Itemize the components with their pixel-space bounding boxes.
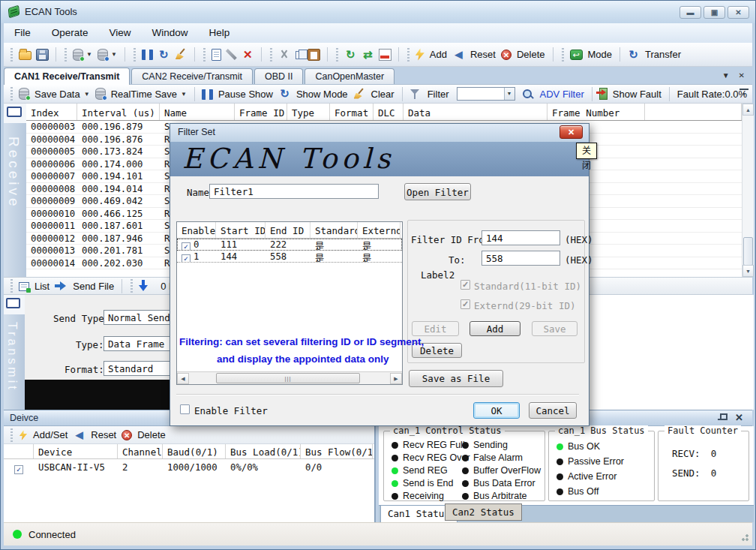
- filter-table-hscrollbar[interactable]: ◀ ||| ▶: [177, 371, 402, 384]
- column-header-type[interactable]: Type: [287, 104, 330, 120]
- edit-frame-icon[interactable]: [212, 49, 221, 61]
- send-file-icon[interactable]: [55, 281, 68, 293]
- menu-window[interactable]: Window: [142, 23, 199, 43]
- transmit-selectall-checkbox[interactable]: [6, 298, 20, 308]
- save-data-db-icon[interactable]: [73, 49, 83, 61]
- adv-filter-button[interactable]: ADV Filter: [540, 89, 584, 100]
- mode-button[interactable]: Mode: [588, 49, 613, 60]
- copy-icon[interactable]: [296, 51, 303, 59]
- send-file-button[interactable]: Send File: [73, 281, 114, 292]
- cancel-button[interactable]: Cancel: [529, 402, 577, 419]
- save-data-icon[interactable]: [19, 88, 29, 100]
- filter-row-checkbox[interactable]: ✓: [182, 254, 190, 262]
- delete-x-icon[interactable]: ✕: [242, 49, 254, 61]
- delete-device-button[interactable]: Delete: [517, 49, 545, 60]
- device-panel-close-icon[interactable]: ✕: [735, 412, 743, 423]
- tab-can1-receive-transmit[interactable]: CAN1 Receive/Transmit: [4, 68, 130, 85]
- dropdown-arrow-icon[interactable]: ▼: [86, 51, 92, 58]
- column-header-frame-id[interactable]: Frame ID: [235, 104, 287, 120]
- device-reset-button[interactable]: Reset: [91, 429, 116, 440]
- menu-help[interactable]: Help: [199, 23, 241, 43]
- refresh-icon[interactable]: ↻: [158, 49, 170, 61]
- tab-canopenmaster[interactable]: CanOpenMaster: [304, 68, 394, 84]
- reset-button[interactable]: Reset: [470, 49, 496, 60]
- device-delete-icon[interactable]: ✕: [122, 430, 132, 440]
- realtime-save-button[interactable]: RealTime Save: [111, 89, 177, 100]
- clear-icon[interactable]: [353, 89, 366, 101]
- menu-view[interactable]: View: [99, 23, 142, 43]
- minimize-button[interactable]: ▬: [680, 6, 701, 19]
- dialog-close-button[interactable]: ✕: [560, 125, 583, 139]
- close-button[interactable]: ✕: [728, 6, 749, 19]
- scroll-down-icon[interactable]: ▼: [742, 265, 754, 277]
- add-button[interactable]: Add: [470, 321, 520, 336]
- open-filter-button[interactable]: Open Filter: [404, 183, 471, 200]
- toolbar-overflow-icon[interactable]: ▼: [740, 89, 748, 97]
- menu-operate[interactable]: Operate: [41, 23, 99, 43]
- column-header-index[interactable]: Index: [26, 104, 77, 120]
- dropdown-arrow-icon[interactable]: ▼: [181, 91, 187, 98]
- status-tab-2[interactable]: Can2 Status: [445, 503, 522, 521]
- open-file-icon[interactable]: [19, 51, 32, 60]
- hscrollbar-thumb[interactable]: |||: [216, 373, 360, 383]
- delete-device-icon[interactable]: ✕: [501, 50, 512, 60]
- column-header-frame-number[interactable]: Frame Number: [548, 104, 645, 120]
- export-db-icon[interactable]: [98, 49, 108, 61]
- ok-button[interactable]: OK: [473, 402, 520, 419]
- receive-selectall-checkbox[interactable]: [7, 107, 22, 117]
- list-icon[interactable]: [19, 282, 29, 291]
- filter-from-input[interactable]: 144: [482, 230, 560, 245]
- filter-name-input[interactable]: Filter1: [209, 184, 379, 199]
- add-device-button[interactable]: Add: [430, 49, 447, 60]
- save-as-file-button[interactable]: Save as File: [409, 370, 503, 387]
- cycle-send-icon[interactable]: ↻: [344, 49, 357, 61]
- transfer-icon[interactable]: ↻: [627, 49, 640, 61]
- dropdown-arrow-icon[interactable]: ▼: [84, 91, 90, 98]
- filter-to-input[interactable]: 558: [482, 251, 560, 266]
- dropdown-arrow-icon[interactable]: ▼: [111, 51, 117, 58]
- add-device-icon[interactable]: [416, 49, 424, 61]
- show-fault-button[interactable]: Show Fault: [613, 89, 662, 100]
- receive-vertical-scrollbar[interactable]: ▲ ▼: [742, 104, 754, 277]
- device-row-checkbox[interactable]: ✓: [14, 465, 23, 474]
- adv-filter-icon[interactable]: [522, 89, 535, 101]
- scroll-left-icon[interactable]: ◀: [177, 373, 189, 384]
- pause-show-button[interactable]: Pause Show: [218, 89, 273, 100]
- list-button[interactable]: List: [34, 281, 50, 292]
- column-header-format[interactable]: Format: [330, 104, 374, 120]
- device-reset-icon[interactable]: ◀: [73, 429, 86, 441]
- tab-list-dropdown-icon[interactable]: ▼: [722, 71, 730, 80]
- cut-icon[interactable]: [278, 49, 291, 61]
- settings-tool-icon[interactable]: [226, 49, 237, 60]
- addset-icon[interactable]: [20, 430, 27, 440]
- scroll-right-icon[interactable]: ▶: [390, 373, 402, 384]
- clear-broom-icon[interactable]: [175, 49, 188, 61]
- restore-button[interactable]: ▣: [704, 6, 725, 19]
- mode-icon[interactable]: ↩: [570, 50, 583, 60]
- clear-button[interactable]: Clear: [371, 89, 394, 100]
- device-delete-button[interactable]: Delete: [137, 429, 166, 440]
- filter-row[interactable]: ✓1144558是是: [177, 251, 402, 263]
- tab-obd-ii[interactable]: OBD II: [254, 68, 304, 84]
- save-data-button[interactable]: Save Data: [34, 89, 80, 100]
- scroll-up-icon[interactable]: ▲: [742, 104, 754, 116]
- stop-panel-icon[interactable]: [379, 49, 392, 61]
- tab-close-icon[interactable]: ✕: [739, 71, 745, 80]
- filter-row[interactable]: ✓0111222是是: [177, 239, 402, 251]
- show-mode-button[interactable]: Show Mode: [296, 89, 348, 100]
- resize-grip[interactable]: [740, 532, 748, 541]
- column-header-data[interactable]: Data: [404, 104, 548, 120]
- filter-icon[interactable]: [410, 89, 422, 101]
- enable-filter-checkbox[interactable]: [180, 404, 190, 414]
- show-fault-icon[interactable]: [599, 88, 608, 100]
- menu-file[interactable]: File: [4, 23, 41, 43]
- save-icon[interactable]: [36, 49, 49, 61]
- column-header-dlc[interactable]: DLC: [374, 104, 404, 120]
- combobox-dropdown-icon[interactable]: ▼: [504, 88, 514, 100]
- transfer-button[interactable]: Transfer: [645, 49, 681, 60]
- tab-can2-receive-transmit[interactable]: CAN2 Receive/Transmit: [131, 68, 253, 84]
- download-icon[interactable]: [139, 280, 148, 292]
- realtime-save-icon[interactable]: [95, 88, 106, 100]
- addset-button[interactable]: Add/Set: [33, 429, 68, 440]
- pause-show-icon[interactable]: [202, 89, 213, 100]
